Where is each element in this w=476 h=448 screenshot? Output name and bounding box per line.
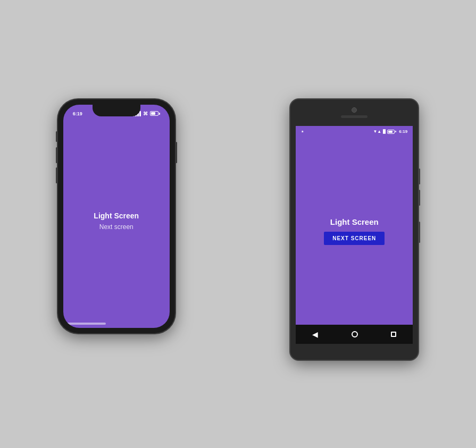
iphone-vol-down-button [56,167,57,183]
iphone-notch [93,105,140,116]
android-signal-icon: ▉ [383,130,386,134]
iphone-vol-up-button [56,147,57,163]
next-screen-button[interactable]: NEXT SCREEN [324,232,385,245]
android-nav-bar: ◀ [296,325,413,344]
iphone-screen: 6:19 ⌘ L [63,105,170,328]
android-speaker [341,115,368,118]
android-device: ▼▲ ▉ 6:19 Light Screen NEXT SCREEN ◀ [290,99,418,360]
android-vol-down-button [419,190,420,206]
android-camera [352,107,357,113]
android-battery-icon [387,130,396,134]
notification-icon [301,130,304,133]
iphone-silent-switch [56,131,57,142]
android-time: 6:19 [399,129,407,134]
android-power-button [419,222,420,243]
iphone-app-content: Light Screen Next screen [63,120,170,323]
battery-icon [150,111,160,116]
android-status-bar: ▼▲ ▉ 6:19 [296,126,413,138]
iphone-power-button [176,142,177,163]
iphone-time: 6:19 [73,111,82,116]
android-screen: ▼▲ ▉ 6:19 Light Screen NEXT SCREEN [296,126,413,325]
android-status-right: ▼▲ ▉ 6:19 [373,129,407,134]
iphone-home-indicator [63,323,106,325]
android-back-button[interactable]: ◀ [312,330,318,339]
android-status-left [301,130,304,133]
wifi-icon: ⌘ [143,111,148,116]
iphone-screen-subtitle: Next screen [99,223,133,231]
android-home-button[interactable] [352,331,358,337]
android-wifi-icon: ▼▲ [373,129,381,134]
android-screen-title: Light Screen [330,217,379,226]
android-bottom-hardware [290,344,418,360]
android-vol-up-button [419,168,420,184]
iphone-device: 6:19 ⌘ L [58,99,175,333]
android-recents-button[interactable] [391,332,396,337]
iphone-screen-title: Light Screen [94,212,139,220]
android-top-hardware [290,99,418,126]
android-app-content: Light Screen NEXT SCREEN [296,138,413,325]
